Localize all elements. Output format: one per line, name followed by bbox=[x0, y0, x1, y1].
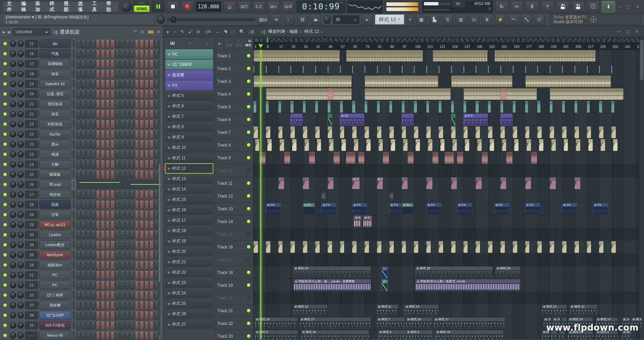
clip[interactable] bbox=[414, 126, 418, 138]
channel-selector[interactable] bbox=[72, 90, 75, 98]
channel-button[interactable]: 好听加花 bbox=[39, 120, 71, 128]
step-cell[interactable] bbox=[91, 240, 95, 249]
channel-enable-led[interactable] bbox=[3, 92, 7, 96]
step-cell[interactable] bbox=[91, 69, 95, 78]
mixer-window-button[interactable]: ▥ bbox=[455, 14, 466, 25]
step-cell[interactable] bbox=[101, 140, 105, 149]
channel-button[interactable]: Leadxv bbox=[39, 230, 71, 239]
slider-thumb[interactable] bbox=[171, 17, 176, 22]
step-cell[interactable] bbox=[130, 271, 134, 280]
step-cell[interactable] bbox=[86, 90, 90, 99]
step-cell[interactable] bbox=[115, 230, 119, 239]
timeline-ruler[interactable]: 1917253341495765738189971051131211291371… bbox=[254, 43, 644, 50]
track-lane[interactable]: ▤邓寓君(等什么君) - 春..._vocals - 音量乘数▤Fr..▤邓寓君… bbox=[254, 279, 644, 292]
undo-icon[interactable]: ↶ bbox=[134, 30, 137, 34]
step-cell[interactable] bbox=[101, 250, 105, 260]
clip[interactable] bbox=[525, 126, 530, 138]
clip[interactable] bbox=[290, 114, 303, 125]
channel-button[interactable]: 管弦加花 bbox=[39, 100, 71, 108]
step-cell[interactable] bbox=[101, 200, 105, 209]
step-cell[interactable] bbox=[154, 281, 158, 290]
step-cell[interactable] bbox=[115, 140, 119, 149]
clip[interactable]: ▤En.. bbox=[303, 203, 315, 215]
tab-audio-icon[interactable]: ∿ bbox=[188, 41, 192, 46]
step-cell[interactable] bbox=[154, 220, 158, 229]
step-cell[interactable] bbox=[130, 230, 134, 239]
clip[interactable] bbox=[290, 241, 295, 253]
clip[interactable] bbox=[254, 75, 352, 87]
pattern-item[interactable]: ▤PC bbox=[165, 49, 213, 59]
step-cell[interactable] bbox=[115, 170, 119, 179]
step-cell[interactable] bbox=[154, 240, 158, 249]
menu-item-样式[interactable]: 样式 bbox=[50, 1, 58, 13]
track-header[interactable]: Track 9 bbox=[215, 152, 253, 164]
step-cell[interactable] bbox=[106, 200, 110, 209]
step-cell[interactable] bbox=[115, 59, 119, 68]
clip[interactable]: ▤F bbox=[382, 267, 387, 278]
clip[interactable] bbox=[476, 177, 481, 189]
channel-selector[interactable] bbox=[72, 210, 75, 219]
track-name[interactable]: Track 13 bbox=[217, 207, 233, 211]
close-icon[interactable]: ✕ bbox=[157, 30, 160, 34]
channel-enable-led[interactable] bbox=[3, 82, 7, 86]
playlist-options-icon[interactable]: ▸ bbox=[167, 29, 169, 34]
clip[interactable] bbox=[379, 139, 383, 151]
track-mute-led[interactable] bbox=[247, 117, 251, 122]
clip[interactable]: ▤样式 6 bbox=[255, 330, 298, 339]
step-cell[interactable] bbox=[106, 321, 110, 330]
clip[interactable]: ▤样式 7 bbox=[377, 318, 405, 329]
clip[interactable] bbox=[439, 241, 443, 253]
pattern-item[interactable]: ▤样式 22 bbox=[165, 268, 213, 277]
channel-target-box[interactable]: 28 bbox=[25, 201, 38, 209]
save-button[interactable]: 💾 bbox=[556, 1, 570, 12]
track-name[interactable]: Track 12 bbox=[217, 194, 233, 199]
step-cell[interactable] bbox=[140, 200, 144, 209]
step-cell[interactable] bbox=[130, 160, 134, 169]
step-cell[interactable] bbox=[110, 160, 114, 169]
step-cell[interactable] bbox=[76, 250, 80, 260]
channel-pan-knob[interactable] bbox=[10, 222, 16, 228]
step-cell[interactable] bbox=[140, 59, 144, 68]
step-cell[interactable] bbox=[91, 39, 95, 48]
channel-volume-knob[interactable] bbox=[17, 41, 24, 47]
step-cell[interactable] bbox=[96, 59, 100, 68]
channel-enable-led[interactable] bbox=[3, 233, 7, 237]
step-cell[interactable] bbox=[140, 160, 144, 169]
track-mute-led[interactable] bbox=[247, 168, 251, 173]
tab-audio-label[interactable]: 音频 bbox=[226, 43, 232, 48]
clip[interactable] bbox=[365, 101, 367, 113]
clip[interactable] bbox=[414, 101, 417, 113]
channel-pan-knob[interactable] bbox=[10, 242, 16, 248]
step-cell[interactable] bbox=[135, 170, 139, 179]
step-cell[interactable] bbox=[91, 210, 95, 219]
channel-button[interactable]: 气氛 bbox=[39, 49, 71, 58]
step-cell[interactable] bbox=[106, 160, 110, 169]
step-cell[interactable] bbox=[140, 240, 144, 249]
channel-enable-led[interactable] bbox=[3, 52, 7, 56]
step-cell[interactable] bbox=[115, 261, 119, 270]
step-cell[interactable] bbox=[86, 69, 90, 78]
channel-button[interactable]: PC bbox=[39, 271, 71, 279]
step-cell[interactable] bbox=[145, 281, 149, 290]
track-name[interactable]: Track 9 bbox=[217, 156, 231, 160]
menu-item-添加[interactable]: 添加 bbox=[36, 1, 44, 13]
step-cell[interactable] bbox=[130, 100, 134, 109]
step-cell[interactable] bbox=[149, 240, 153, 249]
clip[interactable]: ▤样式 14 bbox=[255, 318, 298, 329]
step-cell[interactable] bbox=[81, 200, 85, 209]
channel-pan-knob[interactable] bbox=[10, 41, 16, 47]
channel-pan-knob[interactable] bbox=[10, 252, 16, 258]
clip[interactable] bbox=[341, 139, 346, 151]
step-cell[interactable] bbox=[86, 210, 90, 219]
step-cell[interactable] bbox=[125, 210, 129, 219]
step-cell[interactable] bbox=[86, 271, 90, 280]
step-cell[interactable] bbox=[115, 100, 119, 109]
pencil-icon[interactable]: ✎ bbox=[180, 29, 184, 34]
playlist-minimap[interactable]: ‹ bbox=[254, 37, 644, 43]
step-cell[interactable] bbox=[96, 140, 100, 149]
channel-volume-knob[interactable] bbox=[17, 212, 24, 218]
step-cell[interactable] bbox=[106, 281, 110, 290]
pattern-item[interactable]: ▤样式 18 bbox=[165, 226, 213, 236]
step-cell[interactable] bbox=[91, 120, 95, 129]
track-lane[interactable] bbox=[254, 164, 644, 177]
